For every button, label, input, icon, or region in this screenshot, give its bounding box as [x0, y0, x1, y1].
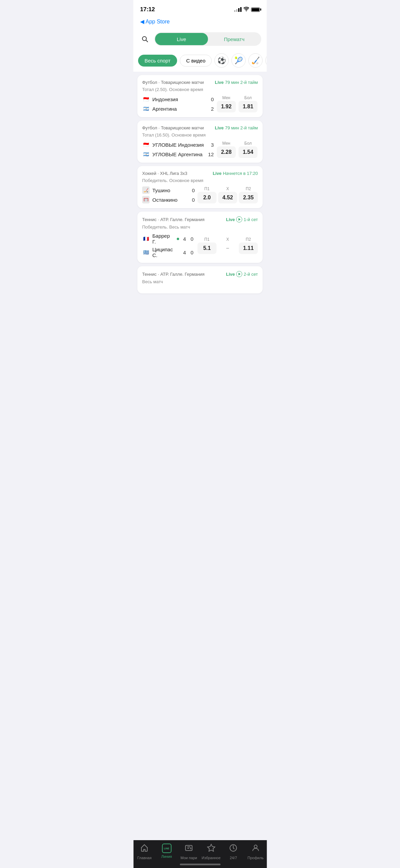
team-logo-tushino: 🏒	[142, 186, 150, 194]
odds-box-bol[interactable]: 1.81	[239, 101, 258, 112]
battery-icon	[251, 7, 260, 12]
sport-icon-hockey[interactable]: 🏑	[248, 53, 263, 68]
flag-tsitsipas: 🇬🇷	[142, 249, 150, 256]
prematch-tab[interactable]: Прематч	[208, 33, 261, 45]
match-header-1: Футбол · Товарищеские матчи Live 79 мин …	[142, 80, 258, 85]
flag-argentina: 🇦🇷	[142, 105, 150, 112]
wifi-icon	[244, 7, 249, 12]
live-info-2: Live 79 мин 2-й тайм	[215, 125, 258, 130]
live-prematch-toggle: Live Прематч	[154, 32, 261, 46]
score-tushino: 0	[188, 187, 195, 193]
team-name-tushino: Тушино	[152, 187, 185, 193]
odds-col-4-p1[interactable]: П1 5.1	[197, 237, 216, 254]
odds-col-3-p1[interactable]: П1 2.0	[197, 186, 216, 203]
total-label-1: Тотал (2.50). Основное время	[142, 87, 258, 92]
live-time-4: 1-й сет	[244, 217, 258, 222]
set1-tsitsipas: 4	[182, 250, 187, 255]
odds-value-4-p1: 5.1	[203, 245, 211, 251]
score-argentina: 2	[207, 106, 214, 112]
live-time-3: Начнется в 17:20	[223, 171, 258, 176]
odds-box-2-men[interactable]: 2.28	[217, 146, 236, 158]
appstore-back[interactable]: ◀ App Store	[133, 17, 267, 28]
score-ostankino: 0	[188, 197, 195, 203]
odds-label-4-p1: П1	[204, 237, 209, 242]
team-name-tsitsipas: Циципас С.	[152, 247, 175, 258]
league-label-2: Футбол · Товарищеские матчи	[142, 125, 204, 130]
odds-col-2-1[interactable]: Бол 1.54	[238, 141, 258, 158]
odds-value-3-p1: 2.0	[203, 195, 211, 201]
live-tab[interactable]: Live	[155, 33, 208, 45]
odds-box-4-x: –	[218, 242, 237, 254]
odds-col-1-1[interactable]: Бол 1.81	[238, 95, 258, 112]
team-logo-ostankino: 🥅	[142, 196, 150, 203]
total-label-5: Весь матч	[142, 279, 258, 284]
odds-value-2-men: 2.28	[221, 149, 231, 155]
match-teams-1: 🇮🇩 Индонезия 0 🇦🇷 Аргентина 2 Мен 1.92	[142, 95, 258, 112]
odds-value-2-bol: 1.54	[243, 149, 253, 155]
sport-icon-football[interactable]: ⚽	[214, 53, 229, 68]
odds-box-3-p2[interactable]: 2.35	[239, 192, 258, 203]
sport-chip-all[interactable]: Весь спорт	[138, 55, 177, 67]
match-card-2: Футбол · Товарищеские матчи Live 79 мин …	[137, 121, 263, 163]
odds-col-1-0[interactable]: Мен 1.92	[216, 95, 236, 112]
odds-label-men: Мен	[222, 95, 230, 100]
search-button[interactable]	[139, 33, 151, 45]
matches-list: Футбол · Товарищеские матчи Live 79 мин …	[133, 72, 267, 327]
team-name-corners-arg: УГЛОВЫЕ Аргентина	[152, 151, 204, 157]
live-badge-3: Live	[213, 171, 222, 176]
team-row-4-0: 🇫🇷 Баррер Г. 4 0	[142, 233, 195, 245]
status-icons	[234, 7, 260, 12]
odds-box-4-p2[interactable]: 1.11	[239, 242, 258, 254]
play-icon-4	[236, 216, 242, 222]
match-card-1: Футбол · Товарищеские матчи Live 79 мин …	[137, 75, 263, 117]
video-badge-4	[236, 216, 242, 222]
odds-box-3-x[interactable]: 4.52	[218, 192, 237, 203]
odds-label-3-p2: П2	[246, 186, 251, 191]
team-row-3-0: 🏒 Тушино 0	[142, 186, 195, 194]
sport-icon-tabletennis[interactable]: 🏓	[265, 53, 267, 68]
odds-group-1: Мен 1.92 Бол 1.81	[216, 95, 258, 112]
live-info-5: Live 2-й сет	[226, 271, 258, 277]
live-badge-1: Live	[215, 80, 224, 85]
teams-list-3: 🏒 Тушино 0 🥅 Останкино 0	[142, 186, 195, 203]
live-time-2: 79 мин 2-й тайм	[225, 125, 258, 130]
match-header-4: Теннис · АТР. Галле. Германия Live 1-й с…	[142, 216, 258, 222]
live-time-1: 79 мин 2-й тайм	[225, 80, 258, 85]
sport-icon-tennis[interactable]: 🎾	[231, 53, 246, 68]
live-info-1: Live 79 мин 2-й тайм	[215, 80, 258, 85]
odds-col-3-p2[interactable]: П2 2.35	[239, 186, 258, 203]
odds-group-2: Мен 2.28 Бол 1.54	[216, 141, 258, 158]
match-teams-4: 🇫🇷 Баррер Г. 4 0 🇬🇷 Циципас С. 4 0	[142, 233, 258, 258]
odds-box-3-p1[interactable]: 2.0	[197, 192, 216, 203]
match-card-3: Хоккей · XHL Лига 3х3 Live Начнется в 17…	[137, 166, 263, 208]
sport-filter-row: Весь спорт С видео ⚽ 🎾 🏑 🏓	[133, 50, 267, 72]
odds-col-3-x[interactable]: Х 4.52	[218, 186, 237, 203]
score-indonesia: 0	[207, 96, 214, 102]
sport-chip-video[interactable]: С видео	[180, 55, 212, 67]
set2-tsitsipas: 0	[189, 250, 195, 255]
odds-box-2-bol[interactable]: 1.54	[239, 146, 258, 158]
odds-value-men: 1.92	[221, 104, 231, 110]
total-label-4: Победитель. Весь матч	[142, 224, 258, 230]
live-info-3: Live Начнется в 17:20	[213, 171, 258, 176]
live-badge-2: Live	[215, 125, 224, 130]
odds-box-men[interactable]: 1.92	[217, 101, 236, 112]
live-badge-4: Live	[226, 217, 235, 222]
odds-box-4-p1[interactable]: 5.1	[197, 242, 216, 254]
live-info-4: Live 1-й сет	[226, 216, 258, 222]
set2-barrer: 0	[189, 236, 195, 242]
status-bar: 17:12	[133, 0, 267, 17]
odds-group-4: П1 5.1 Х – П2 1.11	[197, 237, 258, 254]
play-icon-5	[236, 271, 242, 277]
odds-label-4-p2: П2	[246, 237, 251, 242]
odds-col-4-p2[interactable]: П2 1.11	[239, 237, 258, 254]
odds-value-4-x: –	[226, 245, 229, 251]
flag-corners-arg: 🇦🇷	[142, 150, 150, 158]
team-name-indonesia: Индонезия	[152, 96, 204, 102]
back-arrow-icon: ◀	[140, 18, 144, 25]
odds-col-2-0[interactable]: Мен 2.28	[216, 141, 236, 158]
live-time-5: 2-й сет	[244, 272, 258, 277]
league-label-3: Хоккей · XHL Лига 3х3	[142, 171, 187, 176]
top-nav: Live Прематч	[133, 28, 267, 50]
appstore-label[interactable]: App Store	[146, 19, 170, 25]
